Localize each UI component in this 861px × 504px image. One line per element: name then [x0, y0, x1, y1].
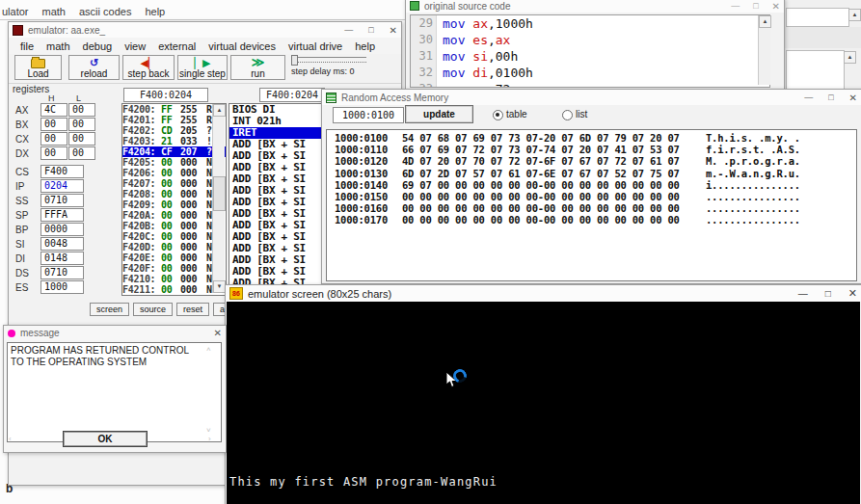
register-AX-h-field[interactable]: 4C: [40, 103, 67, 117]
ram-row[interactable]: 1000:015000 00 00 00 00 00 00 00-00 00 0…: [327, 191, 856, 202]
register-DI-field[interactable]: 0148: [40, 252, 84, 265]
close-icon[interactable]: ✕: [772, 1, 780, 12]
memory-row[interactable]: F4207:00 000NU: [122, 178, 226, 189]
background-menu-item[interactable]: ulator: [2, 6, 29, 17]
minimize-icon[interactable]: —: [731, 1, 740, 11]
background-menu-item[interactable]: math: [42, 6, 66, 17]
register-CX-l-field[interactable]: 00: [68, 132, 95, 146]
menu-item-virtual-devices[interactable]: virtual devices: [208, 40, 276, 52]
maximize-icon[interactable]: □: [825, 288, 831, 299]
memory-row[interactable]: F4204:CF 207?: [122, 146, 226, 157]
menu-item-math[interactable]: math: [46, 40, 69, 52]
menu-item-external[interactable]: external: [158, 40, 196, 52]
register-DX-l-field[interactable]: 00: [68, 146, 95, 160]
ram-row[interactable]: 1000:014069 07 00 00 00 00 00 00-00 00 0…: [327, 179, 856, 191]
minimize-icon[interactable]: —: [798, 288, 808, 299]
source-button[interactable]: source: [133, 303, 173, 316]
memory-row[interactable]: F4200:FF 255RI: [122, 104, 226, 115]
register-CS-field[interactable]: F400: [40, 165, 84, 178]
ram-row[interactable]: 1000:017000 00 00 00 00 00 00 00-00 00 0…: [327, 214, 856, 225]
update-button[interactable]: update: [405, 105, 473, 123]
register-IP-field[interactable]: 0204: [40, 179, 84, 193]
ram-titlebar[interactable]: Random Access Memory — □ ✕: [322, 90, 861, 105]
memory-row[interactable]: F4202:CD 205?: [122, 125, 226, 136]
list-radio-label[interactable]: list: [576, 109, 587, 119]
menu-item-help[interactable]: help: [355, 40, 375, 52]
register-ES-field[interactable]: 1000: [40, 280, 84, 294]
source-line[interactable]: 33mov cx,72: [411, 81, 769, 88]
step-delay-slider[interactable]: step delay ms: 0: [291, 57, 368, 80]
memory-row[interactable]: F420D:00 000NU: [122, 242, 226, 252]
register-SP-field[interactable]: FFFA: [40, 208, 84, 222]
close-icon[interactable]: ✕: [214, 328, 222, 338]
ok-button[interactable]: OK: [63, 431, 148, 447]
close-icon[interactable]: ✕: [390, 25, 397, 36]
slider-thumb[interactable]: [291, 55, 298, 66]
source-line[interactable]: 31mov si,00h: [411, 48, 769, 65]
menu-item-view[interactable]: view: [124, 40, 146, 52]
memory-row[interactable]: F4203:21 033!: [122, 136, 226, 146]
ram-row[interactable]: 1000:011066 07 69 07 72 07 73 07-74 07 2…: [327, 144, 856, 155]
ram-row[interactable]: 1000:016000 00 00 00 00 00 00 00-00 00 0…: [327, 202, 856, 214]
source-line[interactable]: 30mov es,ax: [411, 32, 769, 48]
minimize-icon[interactable]: —: [344, 25, 353, 35]
run-button[interactable]: ≫ run: [230, 55, 285, 80]
scroll-up-icon[interactable]: ▲: [844, 51, 856, 64]
source-code-area[interactable]: 29mov ax,1000h 30mov es,ax 31mov si,00h …: [410, 14, 770, 88]
close-icon[interactable]: ✕: [848, 287, 857, 300]
screen-titlebar[interactable]: 86 emulator screen (80x25 chars) — □ ✕: [226, 285, 861, 302]
memory-row[interactable]: F4210:00 000NU: [122, 274, 226, 284]
register-SI-field[interactable]: 0048: [40, 237, 84, 251]
list-radio[interactable]: [562, 110, 573, 120]
memory-row[interactable]: F420A:00 000NU: [122, 210, 226, 221]
register-BX-h-field[interactable]: 00: [40, 118, 67, 131]
scroll-up-icon[interactable]: ▲: [213, 104, 226, 117]
source-titlebar[interactable]: original source code — □ ✕: [406, 0, 784, 13]
background-menu-item[interactable]: help: [145, 6, 165, 17]
memory-row[interactable]: F420B:00 000NU: [122, 221, 226, 231]
source-line[interactable]: 32mov di,0100h: [411, 65, 769, 81]
emulator-titlebar[interactable]: emulator: aa.exe_ — □ ✕: [9, 22, 401, 38]
source-scrollbar[interactable]: ▲: [758, 15, 770, 85]
memory-list[interactable]: F4200:FF 255RI F4201:FF 255RI F4202:CD 2…: [121, 103, 227, 296]
load-button[interactable]: Load: [14, 55, 62, 80]
register-BX-l-field[interactable]: 00: [68, 118, 95, 131]
slider-track[interactable]: [291, 57, 366, 63]
table-radio[interactable]: [493, 110, 503, 120]
scrollbar-thumb[interactable]: [213, 176, 226, 211]
menu-item-file[interactable]: file: [20, 40, 34, 52]
menu-item-debug[interactable]: debug: [83, 40, 113, 52]
register-BP-field[interactable]: 0000: [40, 223, 84, 236]
memory-scrollbar[interactable]: ▲ ▼: [212, 104, 225, 293]
reset-button[interactable]: reset: [176, 303, 209, 316]
memory-row[interactable]: F4211:00 000NU: [122, 284, 226, 295]
ram-row[interactable]: 1000:01204D 07 20 07 70 07 72 07-6F 07 6…: [327, 155, 856, 167]
ram-row[interactable]: 1000:01306D 07 2D 07 57 07 61 07-6E 07 6…: [327, 168, 856, 179]
scroll-left-icon[interactable]: ‹: [9, 435, 12, 443]
minimize-icon[interactable]: —: [804, 93, 813, 102]
scroll-up-icon[interactable]: ˄: [206, 345, 211, 354]
disassembly-list[interactable]: BIOS DIINT 021hIRETADD [BX + SIADD [BX +…: [229, 103, 323, 288]
table-radio-label[interactable]: table: [506, 109, 527, 119]
close-icon[interactable]: ✕: [849, 93, 857, 103]
maximize-icon[interactable]: □: [368, 25, 373, 35]
memory-row[interactable]: F4205:00 000NU: [122, 157, 226, 168]
step-back-button[interactable]: ◀▏ step back: [122, 55, 175, 80]
screen-display[interactable]: This my first ASM program-WangRui: [227, 302, 860, 504]
single-step-button[interactable]: ▏▶ single step: [177, 55, 228, 80]
register-SS-field[interactable]: 0710: [40, 194, 84, 207]
background-menu-item[interactable]: ascii codes: [79, 6, 131, 17]
register-CX-h-field[interactable]: 00: [40, 132, 67, 146]
memory-row[interactable]: F420C:00 000NU: [122, 231, 226, 242]
memory-row[interactable]: F420F:00 000NU: [122, 263, 226, 274]
register-DS-field[interactable]: 0710: [40, 266, 84, 279]
scroll-up-icon[interactable]: ▲: [848, 9, 861, 21]
memory-row[interactable]: F4208:00 000NU: [122, 189, 226, 199]
ram-hex-list[interactable]: 1000:010054 07 68 07 69 07 73 07-20 07 6…: [326, 129, 857, 281]
scroll-down-icon[interactable]: ˅: [206, 426, 211, 435]
register-DX-h-field[interactable]: 00: [40, 146, 67, 160]
ram-row[interactable]: 1000:010054 07 68 07 69 07 73 07-20 07 6…: [327, 132, 856, 144]
message-titlebar[interactable]: message ✕: [4, 326, 226, 340]
source-line[interactable]: 29mov ax,1000h: [411, 15, 769, 32]
reload-button[interactable]: ↺ reload: [68, 55, 120, 80]
